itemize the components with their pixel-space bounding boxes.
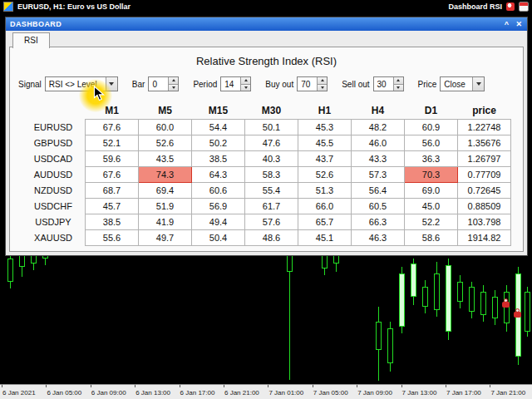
rsi-cell: 60.5	[352, 199, 405, 214]
spin-down-icon[interactable]	[318, 84, 327, 91]
chart-title: EURUSD, H1: Euro vs US Dollar	[17, 2, 131, 11]
rsi-cell: 43.3	[352, 151, 405, 167]
control-period: Period14	[193, 76, 251, 91]
symbol-label: AUDUSD	[22, 167, 86, 183]
spin-up-icon[interactable]	[394, 77, 403, 84]
rsi-panel-content: Relative Strength Index (RSI) SignalRSI …	[9, 47, 524, 252]
buy-out-stepper[interactable]: 70	[297, 76, 328, 91]
rsi-cell: 41.9	[139, 214, 192, 230]
control-label: Period	[193, 80, 217, 89]
rsi-cell: 69.4	[139, 183, 192, 199]
control-buy-out: Buy out70	[265, 76, 328, 91]
rsi-cell: 60.6	[192, 183, 245, 199]
candle-body	[387, 328, 393, 363]
tab-rsi[interactable]: RSI	[12, 32, 50, 48]
spin-up-glyph	[321, 79, 324, 81]
rsi-cell: 38.5	[86, 214, 139, 230]
control-label: Bar	[132, 80, 145, 89]
rsi-cell: 47.6	[245, 135, 298, 151]
table-row: NZDUSD68.769.460.655.451.356.469.00.7264…	[22, 183, 511, 199]
rsi-cell: 64.3	[192, 167, 245, 183]
spin-up-icon[interactable]	[318, 77, 327, 84]
bar-stepper[interactable]: 0	[148, 76, 179, 91]
candle-body	[376, 322, 382, 350]
rsi-cell: 40.3	[245, 151, 298, 167]
candle-body	[469, 287, 475, 312]
rsi-cell: 45.7	[86, 199, 139, 214]
col-header-m5: M5	[139, 101, 192, 120]
stepper-value: 14	[221, 77, 240, 91]
spin-down-icon[interactable]	[241, 84, 250, 91]
time-axis: 6 Jan 20216 Jan 05:006 Jan 09:006 Jan 13…	[0, 384, 532, 399]
signal-select[interactable]: RSI <> Level	[45, 76, 118, 91]
chevron-down-icon[interactable]	[106, 77, 117, 91]
rsi-cell: 56.0	[405, 135, 458, 151]
control-sell-out: Sell out30	[342, 76, 403, 91]
rsi-cell-alert: 74.3	[139, 167, 192, 183]
rsi-cell: 68.7	[86, 183, 139, 199]
rsi-cell: 1.26797	[458, 151, 511, 167]
rsi-cell: 38.5	[192, 151, 245, 167]
dashboard-body: RSI Relative Strength Index (RSI) Signal…	[6, 31, 527, 255]
app-icon	[3, 2, 13, 12]
dashboard-titlebar[interactable]: DASHBOARD ^ ✕	[6, 17, 527, 31]
price-select[interactable]: Close	[440, 76, 485, 91]
rsi-cell: 52.6	[298, 167, 352, 183]
signal-marker-icon	[514, 308, 521, 319]
rsi-cell: 54.4	[192, 120, 245, 135]
time-tick-label: 7 Jan 17:00	[446, 389, 481, 397]
rsi-cell: 55.6	[86, 230, 139, 246]
control-label: Price	[418, 80, 437, 89]
rsi-cell: 65.7	[298, 214, 352, 230]
period-stepper[interactable]: 14	[220, 76, 251, 91]
rsi-cell: 57.6	[245, 214, 298, 230]
symbol-label: USDJPY	[22, 214, 86, 230]
rsi-cell: 49.4	[192, 214, 245, 230]
rsi-cell: 58.6	[405, 230, 458, 246]
rsi-cell: 50.2	[192, 135, 245, 151]
control-bar: Bar0	[132, 76, 180, 91]
rsi-cell: 36.3	[405, 151, 458, 167]
rsi-cell: 48.6	[245, 230, 298, 246]
stepper-value: 30	[374, 77, 393, 91]
spin-up-icon[interactable]	[169, 77, 178, 84]
symbol-label: USDCAD	[22, 151, 86, 167]
chevron-down-icon[interactable]	[472, 77, 484, 91]
rsi-cell: 51.3	[298, 183, 352, 199]
control-label: Signal	[18, 80, 42, 89]
time-tick-label: 6 Jan 13:00	[135, 389, 170, 397]
col-header-h4: H4	[352, 101, 405, 120]
time-tick-label: 6 Jan 17:00	[180, 389, 215, 397]
panel-heading: Relative Strength Index (RSI)	[10, 55, 523, 67]
rsi-cell: 61.7	[245, 199, 298, 214]
candle-body	[492, 297, 498, 318]
rsi-cell: 66.3	[352, 214, 405, 230]
corner-header	[22, 101, 86, 120]
combo-value: RSI <> Level	[46, 77, 106, 91]
rsi-cell: 0.77709	[458, 167, 511, 183]
rsi-cell: 43.7	[298, 151, 352, 167]
candle-body	[480, 292, 486, 315]
sell-out-stepper[interactable]: 30	[373, 76, 404, 91]
close-button[interactable]: ✕	[513, 18, 525, 30]
rsi-cell: 45.5	[298, 135, 352, 151]
stepper-value: 70	[298, 77, 317, 91]
marker-body	[514, 312, 521, 318]
rsi-cell: 0.72645	[458, 183, 511, 199]
rsi-table: M1M5M15M30H1H4D1priceEURUSD67.660.054.45…	[22, 101, 511, 246]
spin-down-glyph	[244, 86, 248, 89]
header-row: M1M5M15M30H1H4D1price	[22, 101, 511, 120]
spin-down-icon[interactable]	[394, 84, 403, 91]
rsi-cell: 45.3	[298, 120, 352, 135]
spin-down-glyph	[397, 86, 400, 89]
indicator-mini-icon	[519, 2, 529, 12]
collapse-button[interactable]: ^	[500, 18, 513, 30]
candle-body	[399, 273, 405, 327]
rsi-cell: 52.2	[405, 214, 458, 230]
candle-body	[31, 255, 37, 264]
spin-down-icon[interactable]	[169, 84, 178, 91]
rsi-cell: 55.4	[245, 183, 298, 199]
rsi-cell: 56.4	[352, 183, 405, 199]
spin-up-icon[interactable]	[241, 77, 250, 84]
rsi-cell: 46.0	[352, 135, 405, 151]
